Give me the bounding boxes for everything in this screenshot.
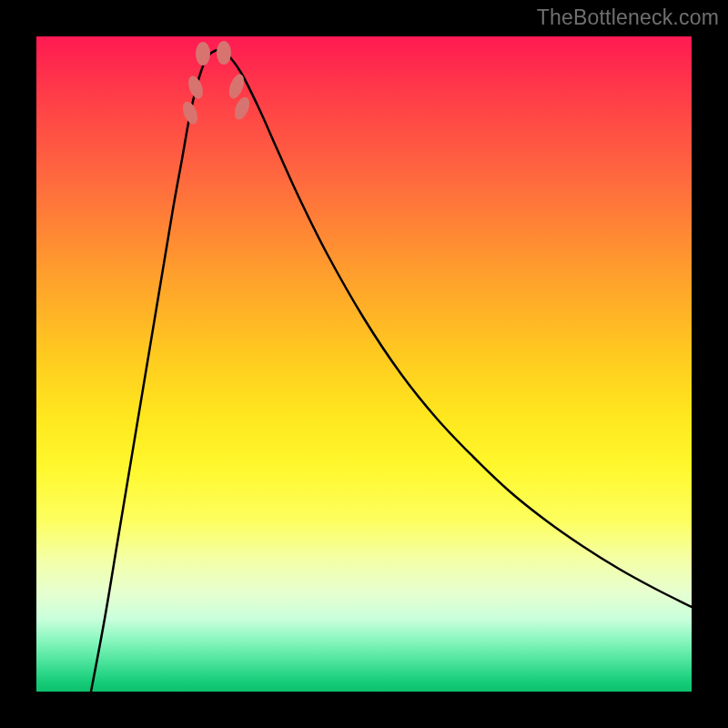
series-bottleneck-curve: [91, 50, 692, 692]
min-region-markers-1: [186, 74, 206, 100]
bottleneck-chart-svg: [36, 36, 692, 692]
watermark-text: TheBottleneck.com: [537, 5, 719, 30]
min-region-markers-3: [217, 41, 231, 65]
marker-group: [180, 41, 253, 126]
min-region-markers-5: [232, 95, 253, 121]
outer-frame: TheBottleneck.com: [0, 0, 728, 728]
series-group: [91, 50, 692, 692]
min-region-markers-0: [180, 99, 201, 126]
min-region-markers-2: [196, 42, 210, 66]
plot-area: [36, 36, 692, 692]
